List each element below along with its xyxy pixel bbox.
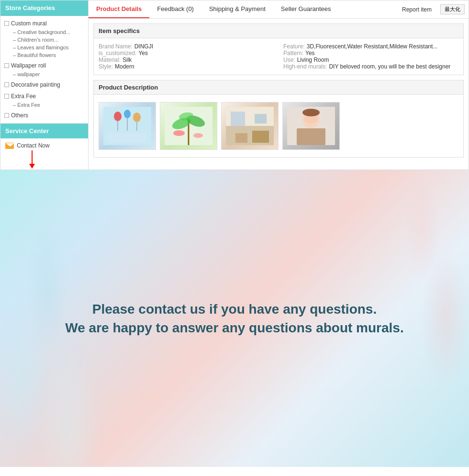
spec-customized-value: Yes — [138, 50, 148, 57]
spec-brand: Brand Name: DINGJI — [99, 43, 274, 50]
spec-pattern: Pattern: Yes — [283, 50, 458, 57]
spec-highend-value: DIY beloved room, you will be the best d… — [329, 63, 450, 70]
promo-line2: We are happy to answer any questions abo… — [65, 318, 403, 337]
spec-pattern-label: Pattern: — [283, 50, 303, 57]
content-area: Product Details Feedback (0) Shipping & … — [89, 0, 469, 170]
promo-line1: Please contact us if you have any questi… — [65, 300, 403, 318]
product-image-balloons — [99, 102, 156, 150]
spec-style: Style: Modern — [99, 63, 274, 70]
tab-product-details[interactable]: Product Details — [89, 0, 149, 18]
spec-highend: High-end murals: DIY beloved room, you w… — [283, 63, 458, 70]
sidebar-item-decorative[interactable]: Decorative painting — [4, 80, 84, 90]
sub-creative[interactable]: – Creative background... — [4, 28, 84, 36]
sidebar-item-custom-mural[interactable]: Custom mural — [4, 19, 84, 28]
service-center-title: Service Center — [0, 124, 88, 138]
sidebar-item-wallpaper-roll[interactable]: Wallpaper roll — [4, 61, 84, 70]
red-arrow — [32, 150, 33, 165]
minus-icon — [4, 21, 9, 26]
spec-use: Use: Living Room — [283, 57, 458, 63]
balloons-svg — [103, 107, 151, 145]
category-label: Custom mural — [11, 20, 47, 27]
product-description-box: Product Description — [93, 80, 464, 158]
svg-point-13 — [173, 130, 185, 136]
sub-children[interactable]: – Children's room... — [4, 36, 84, 44]
svg-rect-20 — [252, 131, 269, 143]
product-image-room — [221, 102, 279, 150]
room-svg — [226, 107, 274, 145]
product-image-portrait — [282, 102, 340, 150]
spec-material-value: Silk — [123, 57, 132, 63]
spec-feature-value: 3D,Fluorescent,Water Resistant,Mildew Re… — [307, 43, 438, 50]
spec-material: Material: Silk — [99, 57, 274, 63]
sidebar-item-others[interactable]: Others — [4, 111, 84, 120]
svg-point-26 — [302, 109, 320, 116]
spec-highend-label: High-end murals: — [283, 63, 327, 70]
sq-icon-5 — [4, 113, 9, 118]
portrait-svg — [287, 107, 335, 145]
tropical-svg — [165, 107, 212, 145]
product-image-tropical — [160, 102, 217, 150]
spec-customized: is_customized: Yes — [99, 50, 274, 57]
svg-rect-19 — [235, 133, 247, 143]
tab-bar: Product Details Feedback (0) Shipping & … — [89, 0, 469, 19]
specs-grid: Brand Name: DINGJI is_customized: Yes Ma… — [94, 38, 463, 75]
category-label-4: Extra Fee — [11, 93, 36, 100]
spec-material-label: Material: — [99, 57, 121, 63]
maximize-button[interactable]: 最大化 — [440, 4, 465, 14]
arrow-annotation — [0, 150, 89, 170]
item-specifics-box: Item specifics Brand Name: DINGJI is_cus… — [93, 23, 464, 75]
minus-icon-4 — [4, 94, 9, 99]
spec-brand-label: Brand Name: — [99, 43, 133, 50]
category-label-5: Others — [11, 112, 28, 119]
spec-use-value: Living Room — [297, 57, 329, 63]
svg-rect-17 — [231, 112, 245, 126]
product-images — [99, 100, 458, 152]
spec-brand-value: DINGJI — [134, 43, 153, 50]
minus-icon-2 — [4, 63, 9, 68]
spec-style-label: Style: — [99, 63, 113, 70]
svg-rect-24 — [297, 128, 325, 145]
svg-point-2 — [124, 110, 131, 118]
desc-content — [94, 95, 463, 157]
promo-text: Please contact us if you have any questi… — [46, 281, 423, 356]
envelope-icon — [5, 143, 14, 149]
tab-seller-guarantees[interactable]: Seller Guarantees — [273, 0, 339, 18]
spec-style-value: Modern — [115, 63, 134, 70]
tab-shipping[interactable]: Shipping & Payment — [201, 0, 273, 18]
item-specifics-header: Item specifics — [94, 24, 463, 38]
category-label-3: Decorative painting — [11, 81, 60, 88]
promo-section: Please contact us if you have any questi… — [0, 170, 469, 467]
product-description-header: Product Description — [94, 80, 463, 95]
sidebar-item-extra-fee[interactable]: Extra Fee — [4, 91, 84, 101]
category-label-2: Wallpaper roll — [11, 62, 46, 69]
spec-feature-label: Feature: — [283, 43, 305, 50]
svg-point-3 — [133, 113, 141, 122]
main-wrapper: Store Categories Custom mural – Creative… — [0, 0, 469, 170]
sub-wallpaper[interactable]: – wallpaper — [4, 70, 84, 78]
sub-leaves[interactable]: – Leaves and flamingos — [4, 44, 84, 51]
spec-pattern-value: Yes — [305, 50, 315, 57]
svg-rect-7 — [108, 133, 146, 143]
contact-label[interactable]: Contact Now — [17, 142, 50, 149]
report-item-button[interactable]: Report item — [397, 4, 436, 15]
store-categories-title: Store Categories — [0, 0, 88, 16]
sidebar-categories: Custom mural – Creative background... – … — [0, 16, 88, 124]
sidebar: Store Categories Custom mural – Creative… — [0, 0, 89, 170]
specs-right-col: Feature: 3D,Fluorescent,Water Resistant,… — [283, 43, 458, 70]
sq-icon-3 — [4, 82, 9, 87]
spec-customized-label: is_customized: — [99, 50, 136, 57]
svg-rect-18 — [255, 114, 267, 124]
tab-feedback[interactable]: Feedback (0) — [149, 0, 201, 18]
svg-point-14 — [193, 133, 203, 138]
sub-flowers[interactable]: – Beautiful flowers — [4, 51, 84, 59]
sub-extra-fee[interactable]: – Extra Fee — [4, 101, 84, 109]
spec-feature: Feature: 3D,Fluorescent,Water Resistant,… — [283, 43, 458, 50]
specs-left-col: Brand Name: DINGJI is_customized: Yes Ma… — [99, 43, 274, 70]
svg-point-1 — [114, 112, 122, 121]
spec-use-label: Use: — [283, 57, 295, 63]
